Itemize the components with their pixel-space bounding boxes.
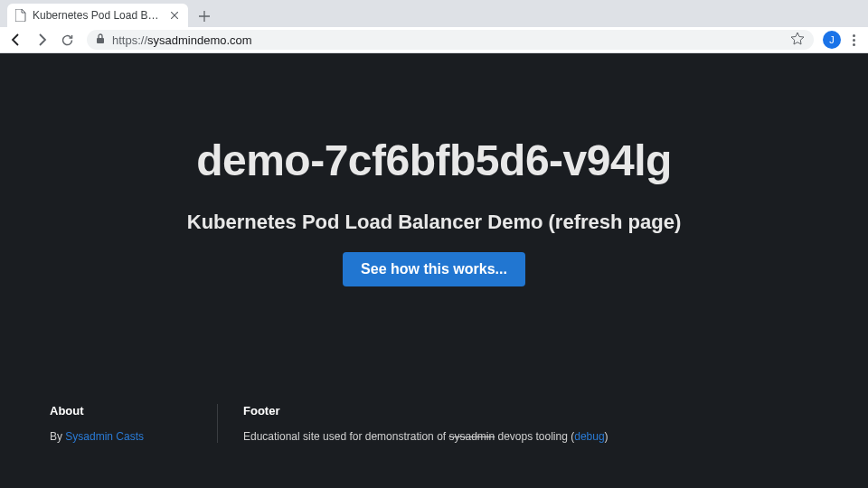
about-heading: About [50, 404, 181, 418]
star-icon[interactable] [790, 32, 805, 49]
footer-about: About By Sysadmin Casts [50, 404, 217, 443]
lock-icon [96, 33, 105, 47]
footer-footer: Footer Educational site used for demonst… [217, 404, 645, 443]
page-content: demo-7cf6bfb5d6-v94lg Kubernetes Pod Loa… [0, 53, 868, 488]
menu-button[interactable] [844, 34, 863, 46]
tab-title: Kubernetes Pod Load Balancer [33, 9, 163, 22]
reload-button[interactable] [56, 29, 78, 51]
page-icon [14, 9, 27, 22]
url-text: https://sysadmindemo.com [112, 33, 252, 47]
back-button[interactable] [5, 29, 27, 51]
new-tab-button[interactable] [193, 5, 215, 27]
debug-link[interactable]: debug [574, 430, 604, 443]
close-icon[interactable] [168, 9, 181, 22]
about-text: By Sysadmin Casts [50, 430, 181, 443]
see-how-button[interactable]: See how this works... [343, 252, 525, 286]
profile-avatar[interactable]: J [823, 31, 841, 49]
hero: demo-7cf6bfb5d6-v94lg Kubernetes Pod Loa… [0, 53, 868, 404]
sysadmin-casts-link[interactable]: Sysadmin Casts [65, 430, 144, 443]
forward-button[interactable] [31, 29, 52, 51]
browser-chrome: Kubernetes Pod Load Balancer https://sys… [0, 0, 868, 53]
footer: About By Sysadmin Casts Footer Education… [0, 404, 868, 488]
browser-tab[interactable]: Kubernetes Pod Load Balancer [7, 4, 188, 27]
tab-strip: Kubernetes Pod Load Balancer [0, 0, 868, 27]
svg-rect-0 [97, 38, 104, 43]
browser-toolbar: https://sysadmindemo.com J [0, 27, 868, 53]
footer-text: Educational site used for demonstration … [243, 430, 609, 443]
address-bar[interactable]: https://sysadmindemo.com [87, 30, 814, 50]
page-title: demo-7cf6bfb5d6-v94lg [196, 136, 672, 185]
footer-heading: Footer [243, 404, 609, 418]
page-subtitle: Kubernetes Pod Load Balancer Demo (refre… [187, 211, 681, 234]
